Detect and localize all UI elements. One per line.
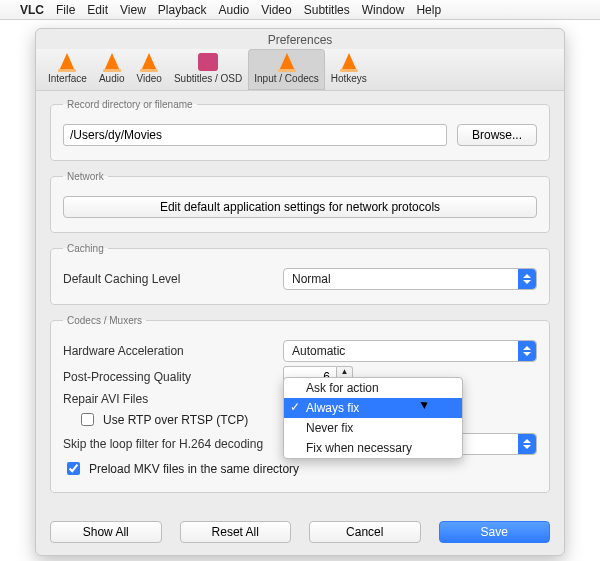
repair-label: Repair AVI Files bbox=[63, 392, 273, 406]
tab-label: Hotkeys bbox=[331, 73, 367, 84]
group-record: Record directory or filename Browse... bbox=[50, 99, 550, 161]
repair-option-ask[interactable]: Ask for action bbox=[284, 378, 462, 398]
menu-subtitles[interactable]: Subtitles bbox=[304, 3, 350, 17]
group-codecs: Codecs / Muxers Hardware Acceleration Au… bbox=[50, 315, 550, 493]
network-settings-button[interactable]: Edit default application settings for ne… bbox=[63, 196, 537, 218]
stepper-caps-icon bbox=[518, 269, 536, 289]
tab-hotkeys[interactable]: Hotkeys bbox=[325, 49, 373, 90]
tab-input-codecs[interactable]: Input / Codecs bbox=[248, 49, 324, 90]
tab-label: Video bbox=[137, 73, 162, 84]
clapper-icon bbox=[198, 53, 218, 71]
caching-label: Default Caching Level bbox=[63, 272, 273, 286]
tab-label: Subtitles / OSD bbox=[174, 73, 242, 84]
repair-popup: Ask for action Always fix Never fix Fix … bbox=[283, 377, 463, 459]
group-network: Network Edit default application setting… bbox=[50, 171, 550, 233]
menu-file[interactable]: File bbox=[56, 3, 75, 17]
reset-all-button[interactable]: Reset All bbox=[180, 521, 292, 543]
tab-video[interactable]: Video bbox=[131, 49, 168, 90]
group-caching-legend: Caching bbox=[63, 243, 108, 254]
save-button[interactable]: Save bbox=[439, 521, 551, 543]
menu-edit[interactable]: Edit bbox=[87, 3, 108, 17]
cone-icon bbox=[59, 53, 75, 71]
tab-label: Audio bbox=[99, 73, 125, 84]
hwaccel-select[interactable]: Automatic bbox=[283, 340, 537, 362]
preferences-window: Preferences Interface Audio Video Subtit… bbox=[35, 28, 565, 556]
preload-label: Preload MKV files in the same directory bbox=[89, 462, 299, 476]
tab-subtitles-osd[interactable]: Subtitles / OSD bbox=[168, 49, 248, 90]
window-title: Preferences bbox=[36, 29, 564, 49]
tab-audio[interactable]: Audio bbox=[93, 49, 131, 90]
preload-checkbox-row[interactable]: Preload MKV files in the same directory bbox=[63, 459, 537, 478]
cone-icon bbox=[141, 53, 157, 71]
browse-button[interactable]: Browse... bbox=[457, 124, 537, 146]
loopfilter-label: Skip the loop filter for H.264 decoding bbox=[63, 437, 313, 451]
bottom-actions: Show All Reset All Cancel Save bbox=[36, 515, 564, 555]
group-network-legend: Network bbox=[63, 171, 108, 182]
cone-icon bbox=[104, 53, 120, 71]
menu-help[interactable]: Help bbox=[416, 3, 441, 17]
show-all-button[interactable]: Show All bbox=[50, 521, 162, 543]
menu-app[interactable]: VLC bbox=[20, 3, 44, 17]
stepper-caps-icon bbox=[518, 434, 536, 454]
menu-view[interactable]: View bbox=[120, 3, 146, 17]
menu-window[interactable]: Window bbox=[362, 3, 405, 17]
caching-value: Normal bbox=[292, 272, 331, 286]
hwaccel-label: Hardware Acceleration bbox=[63, 344, 273, 358]
menubar: VLC File Edit View Playback Audio Video … bbox=[0, 0, 600, 20]
rtp-checkbox[interactable] bbox=[81, 413, 94, 426]
postproc-label: Post-Processing Quality bbox=[63, 370, 273, 384]
rtp-label: Use RTP over RTSP (TCP) bbox=[103, 413, 248, 427]
tab-label: Input / Codecs bbox=[254, 73, 318, 84]
group-record-legend: Record directory or filename bbox=[63, 99, 197, 110]
menu-video[interactable]: Video bbox=[261, 3, 291, 17]
menu-audio[interactable]: Audio bbox=[219, 3, 250, 17]
record-path-input[interactable] bbox=[63, 124, 447, 146]
repair-option-always[interactable]: Always fix bbox=[284, 398, 462, 418]
tab-interface[interactable]: Interface bbox=[42, 49, 93, 90]
preload-checkbox[interactable] bbox=[67, 462, 80, 475]
caching-select[interactable]: Normal bbox=[283, 268, 537, 290]
prefs-toolbar: Interface Audio Video Subtitles / OSD In… bbox=[36, 49, 564, 91]
tab-label: Interface bbox=[48, 73, 87, 84]
group-codecs-legend: Codecs / Muxers bbox=[63, 315, 146, 326]
cone-icon bbox=[279, 53, 295, 71]
stepper-caps-icon bbox=[518, 341, 536, 361]
cancel-button[interactable]: Cancel bbox=[309, 521, 421, 543]
hwaccel-value: Automatic bbox=[292, 344, 345, 358]
repair-option-never[interactable]: Never fix bbox=[284, 418, 462, 438]
cone-icon bbox=[341, 53, 357, 71]
group-caching: Caching Default Caching Level Normal bbox=[50, 243, 550, 305]
menu-playback[interactable]: Playback bbox=[158, 3, 207, 17]
repair-option-whennecessary[interactable]: Fix when necessary bbox=[284, 438, 462, 458]
